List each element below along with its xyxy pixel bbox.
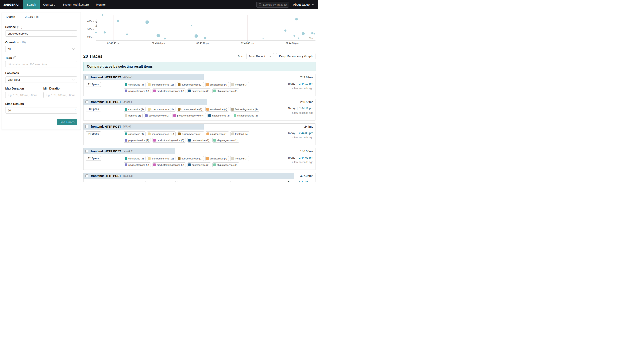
trace-title: frontend: HTTP POST xyxy=(91,100,121,104)
tags-input[interactable] xyxy=(5,61,77,68)
scatter-point[interactable] xyxy=(102,14,104,16)
scatter-point[interactable] xyxy=(157,34,160,37)
scatter-point[interactable] xyxy=(311,32,313,34)
stepper-up-icon[interactable]: ▲ xyxy=(75,109,76,110)
limit-results-input[interactable] xyxy=(5,107,77,114)
service-chip: quoteservice (2) xyxy=(207,113,231,118)
service-chip: currencyservice (4) xyxy=(177,132,204,136)
number-stepper[interactable]: ▲▼ xyxy=(73,108,77,113)
scatter-point[interactable] xyxy=(104,32,106,34)
service-chip-label: paymentservice (2) xyxy=(128,90,149,92)
trace-card-body: 38 Spanscartservice (4)checkoutservice (… xyxy=(84,105,315,120)
scatter-point[interactable] xyxy=(191,25,192,26)
service-chip: emailservice (4) xyxy=(205,107,229,112)
scatter-point[interactable] xyxy=(155,40,156,40)
service-color-swatch xyxy=(148,182,151,182)
scatter-point[interactable] xyxy=(164,38,166,40)
service-chip-label: frontend (5) xyxy=(235,133,247,135)
trace-card[interactable]: frontend: HTTP POSTea06c2d427.05ms38 Spa… xyxy=(83,173,315,182)
service-chip-label: featureflagservice (4) xyxy=(235,108,258,110)
nav-item-search[interactable]: Search xyxy=(23,0,40,9)
stepper-down-icon[interactable]: ▼ xyxy=(75,110,76,112)
trace-select-checkbox[interactable] xyxy=(85,150,88,153)
about-jaeger-menu[interactable]: About Jaeger xyxy=(293,3,314,6)
scatter-point[interactable] xyxy=(262,38,264,39)
search-icon xyxy=(259,3,262,6)
nav-right: About Jaeger xyxy=(256,0,318,9)
service-color-swatch xyxy=(148,83,151,86)
scatter-point[interactable] xyxy=(117,20,119,22)
scatter-point[interactable] xyxy=(146,20,149,24)
app-logo[interactable]: JAEGER UI xyxy=(0,0,23,9)
trace-card[interactable]: frontend: HTTP POST9f4cbe4250.56ms38 Spa… xyxy=(83,99,315,120)
service-chip-label: emailservice (4) xyxy=(210,84,227,86)
trace-card[interactable]: frontend: HTTP POST5ead4c2186.08ms32 Spa… xyxy=(83,148,315,170)
trace-title: frontend: HTTP POST xyxy=(91,76,121,79)
service-chip-label: productcatalogservice (2) xyxy=(157,164,184,166)
service-color-swatch xyxy=(153,139,156,142)
scatter-point[interactable] xyxy=(194,34,198,38)
service-chip: frontend (3) xyxy=(230,156,249,161)
scatter-point[interactable] xyxy=(295,18,298,20)
find-traces-button[interactable]: Find Traces xyxy=(57,119,77,125)
service-color-swatch xyxy=(231,108,234,110)
service-color-swatch xyxy=(178,157,180,160)
trace-select-checkbox[interactable] xyxy=(85,76,88,79)
trace-timestamp: 2:44:11 pm xyxy=(299,107,313,110)
trace-card[interactable]: frontend: HTTP POST5ff7165244ms44 Spansc… xyxy=(83,124,315,145)
service-chip: frontend (4) xyxy=(230,181,249,182)
trace-date: Today xyxy=(288,132,295,134)
search-sidebar: SearchJSON File Service (13) checkoutser… xyxy=(2,12,81,130)
y-axis-tick-label: 200ms xyxy=(87,36,95,38)
operation-select[interactable]: all xyxy=(5,46,77,52)
trace-card-header[interactable]: frontend: HTTP POSTe08ebe1243.89ms xyxy=(84,74,315,80)
service-chip-label: cartservice (4) xyxy=(128,108,144,110)
nav-item-system-architecture[interactable]: System Architecture xyxy=(59,0,92,9)
service-chips: cartservice (4)checkoutservice (11)curre… xyxy=(124,82,277,93)
scatter-point[interactable] xyxy=(126,34,128,35)
scatter-point[interactable] xyxy=(204,37,206,39)
help-icon[interactable]: ? xyxy=(13,56,16,59)
lookback-select[interactable]: Last Hour xyxy=(5,76,77,83)
nav-item-monitor[interactable]: Monitor xyxy=(92,0,109,9)
service-color-swatch xyxy=(178,83,180,86)
sidebar-tab-search[interactable]: Search xyxy=(5,12,16,21)
service-color-swatch xyxy=(231,132,234,135)
max-duration-input[interactable] xyxy=(5,92,39,98)
trace-card-header[interactable]: frontend: HTTP POST5ead4c2186.08ms xyxy=(84,148,315,154)
service-chip: currencyservice (2) xyxy=(177,107,204,112)
deep-dependency-graph-button[interactable]: Deep Dependency Graph xyxy=(276,53,315,60)
trace-card-header[interactable]: frontend: HTTP POST9f4cbe4250.56ms xyxy=(84,99,315,105)
service-chip: cartservice (4) xyxy=(124,107,146,112)
scatter-point[interactable] xyxy=(284,30,286,32)
sort-select[interactable]: Most Recent xyxy=(246,53,274,60)
service-color-swatch xyxy=(125,83,127,86)
scatter-point[interactable] xyxy=(293,35,295,37)
x-axis-tick-label: 02:43:00 pm xyxy=(152,42,165,44)
trace-select-checkbox[interactable] xyxy=(85,100,88,104)
trace-card-header[interactable]: frontend: HTTP POSTea06c2d427.05ms xyxy=(84,173,315,179)
scatter-point[interactable] xyxy=(302,32,305,35)
trace-relative-time: a few seconds ago xyxy=(277,87,313,90)
scatter-point[interactable] xyxy=(298,38,299,39)
service-select[interactable]: checkoutservice xyxy=(5,30,77,37)
scatter-point[interactable] xyxy=(313,33,315,34)
service-color-swatch xyxy=(188,139,191,142)
service-chip-label: paymentservice (2) xyxy=(149,114,169,117)
service-chip-label: shippingservice (2) xyxy=(237,114,258,117)
trace-card[interactable]: frontend: HTTP POSTe08ebe1243.89ms32 Spa… xyxy=(83,74,315,96)
lookback-label: Lookback xyxy=(5,72,77,75)
service-chip: checkoutservice (15) xyxy=(147,132,176,136)
trace-select-checkbox[interactable] xyxy=(85,174,88,177)
scatter-point[interactable] xyxy=(95,32,97,33)
service-chip: emailservice (4) xyxy=(205,156,229,161)
trace-card-header[interactable]: frontend: HTTP POST5ff7165244ms xyxy=(84,124,315,130)
nav-item-compare[interactable]: Compare xyxy=(40,0,59,9)
sidebar-tab-json-file[interactable]: JSON File xyxy=(25,12,39,21)
service-color-swatch xyxy=(206,182,209,182)
trace-lookup-input[interactable] xyxy=(263,3,287,6)
service-color-swatch xyxy=(125,132,127,135)
min-duration-input[interactable] xyxy=(44,92,77,98)
trace-select-checkbox[interactable] xyxy=(85,125,88,128)
service-chip: featureflagservice (4) xyxy=(230,107,259,112)
